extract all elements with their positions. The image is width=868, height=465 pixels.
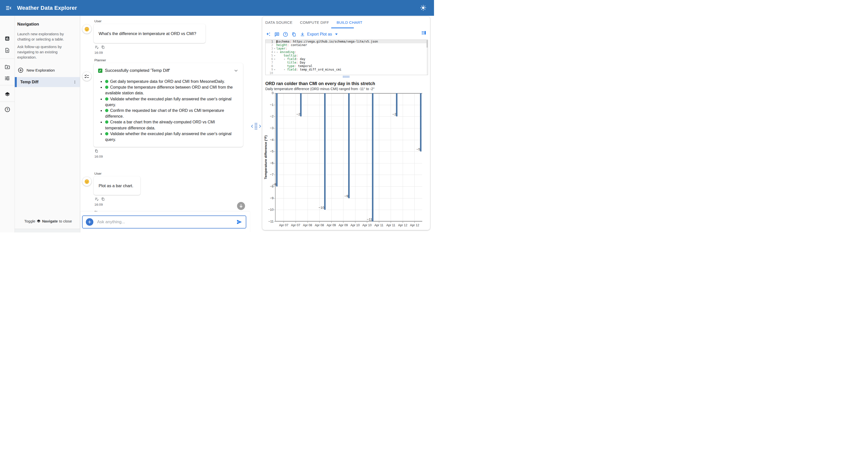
tab-build-chart[interactable]: BUILD CHART [337,20,363,25]
rail-help-button[interactable]: ? [0,104,14,115]
y-tick-label: −11 [264,219,274,223]
copy-message-button[interactable] [101,197,105,201]
bar-Apr 12[interactable] [420,93,422,151]
collapse-right-chevron[interactable] [258,124,262,128]
new-exploration-label: New Exploration [27,68,55,72]
code-line: 10 [266,71,428,75]
fold-caret-icon[interactable]: ▾ [273,68,276,71]
code-line: 9▾ - field: temp_diff_ord_minus_cmi [266,68,428,71]
message-role-label: User [94,172,250,176]
navigation-heading: Navigation [17,22,80,27]
fold-caret-icon[interactable]: ▾ [273,54,276,57]
app-header: Weather Data Explorer [0,0,434,16]
sun-icon [420,5,426,11]
bar-value-label: −10 [316,206,324,210]
rail-analytics-button[interactable] [0,33,14,44]
active-tab-indicator [331,28,354,28]
checklist-icon [84,73,90,79]
scroll-to-bottom-button[interactable] [237,202,245,210]
exploration-menu-button[interactable] [72,79,78,85]
code-scrollbar[interactable] [427,40,428,75]
message-role-label: Planner [94,58,250,63]
person-emoji-icon [84,179,90,184]
theme-toggle-button[interactable] [419,3,428,12]
export-plot-button[interactable]: Export Plot as [307,32,332,36]
sidebar-item-temp-diff[interactable]: Temp Diff [15,77,80,87]
fold-caret-icon[interactable]: ▾ [273,57,276,61]
toggle-navigate-hint: Toggle Navigate to close [24,219,72,223]
bar-Apr 06[interactable] [276,93,278,186]
chart-toolbar: ? Export Plot as [262,30,430,39]
code-line: 4▾- encoding: [266,50,428,54]
y-tick-label: 0 [264,91,274,95]
caret-down-icon[interactable] [335,34,338,35]
bar-Apr 09[interactable] [348,93,350,198]
chart-subtitle: Daily temperature difference (ORD minus … [265,87,374,91]
rail-document-button[interactable] [0,45,14,56]
message-timestamp: 16:09 [94,155,250,159]
svg-text:?: ? [285,33,286,36]
chat-input-container [82,215,246,228]
fold-caret-icon[interactable]: ▾ [273,47,276,50]
y-tick-label: −3 [264,126,274,130]
panel-splitter [250,16,262,232]
analytics-icon [4,36,10,41]
copy-message-button[interactable] [95,149,98,153]
green-circle-icon [105,132,108,135]
planner-avatar [82,72,91,81]
code-line: 5▾ tooltip: [266,54,428,57]
new-exploration-button[interactable]: New Exploration [18,67,80,73]
user-message-text: Plot as a bar chart. [99,183,133,188]
download-icon[interactable] [299,31,305,37]
message-actions [95,197,250,201]
collapse-chevron-button[interactable] [234,68,239,73]
comment-icon[interactable] [274,31,280,37]
collapse-left-chevron[interactable] [250,124,254,128]
send-button[interactable] [236,219,242,225]
planner-step: Validate whether the executed plan fully… [104,131,236,143]
view-sidebar-button[interactable] [421,30,427,36]
tab-data-source[interactable]: DATA SOURCE [265,20,292,25]
chat-scroll-area[interactable]: User What's the difference in temperatur… [80,16,250,232]
help-icon[interactable]: ? [282,31,288,37]
planner-step: Create a bar chart from the already-comp… [104,119,236,131]
y-tick-label: −1 [264,103,274,106]
new-folder-icon [4,64,10,70]
tab-compute-diff[interactable]: COMPUTE DIFF [300,20,329,25]
splitter-drag-handle[interactable] [254,123,257,130]
user-avatar [82,177,91,186]
copy-icon[interactable] [291,31,297,37]
copy-message-button[interactable] [101,45,105,49]
rail-layers-button[interactable] [0,89,14,100]
code-line: 3▾layer: [266,47,428,50]
code-line: 2height: container [266,43,428,47]
code-editor[interactable]: 1$schema: https://vega.github.io/schema/… [265,39,428,75]
y-tick-label: −9 [264,196,274,200]
help-icon: ? [4,106,10,112]
resize-handle[interactable] [343,76,349,78]
exploration-label: Temp Diff [20,80,38,84]
message-actions [95,149,250,153]
rail-tune-button[interactable] [0,73,14,84]
green-circle-icon [105,80,108,83]
navigation-description-1: Launch new explorations by chatting or s… [17,31,77,42]
arrow-down-icon [239,204,243,208]
edit-message-button[interactable] [95,197,99,201]
panel-tabs: DATA SOURCE COMPUTE DIFF BUILD CHART [262,17,430,28]
bar-Apr 08[interactable] [324,93,326,210]
ask-anything-input[interactable] [97,219,236,224]
menu-open-button[interactable] [4,4,13,12]
message-timestamp: 16:09 [94,51,250,55]
plus-circle-icon [18,67,24,73]
planner-status-row: ✓ Successfully completed 'Temp Diff' [98,68,239,73]
fold-caret-icon[interactable]: ▾ [273,50,276,54]
edit-message-button[interactable] [95,45,99,49]
planner-step: Validate whether the executed plan fully… [104,96,236,107]
attach-button[interactable] [86,218,93,226]
rail-new-folder-button[interactable] [0,61,14,72]
planner-step-list: Get daily temperature data for ORD and C… [104,79,236,143]
planner-card: ✓ Successfully completed 'Temp Diff' Get… [94,63,243,147]
green-circle-icon [105,86,108,89]
bar-Apr 10[interactable] [372,93,373,221]
sparkle-icon[interactable] [265,31,271,37]
